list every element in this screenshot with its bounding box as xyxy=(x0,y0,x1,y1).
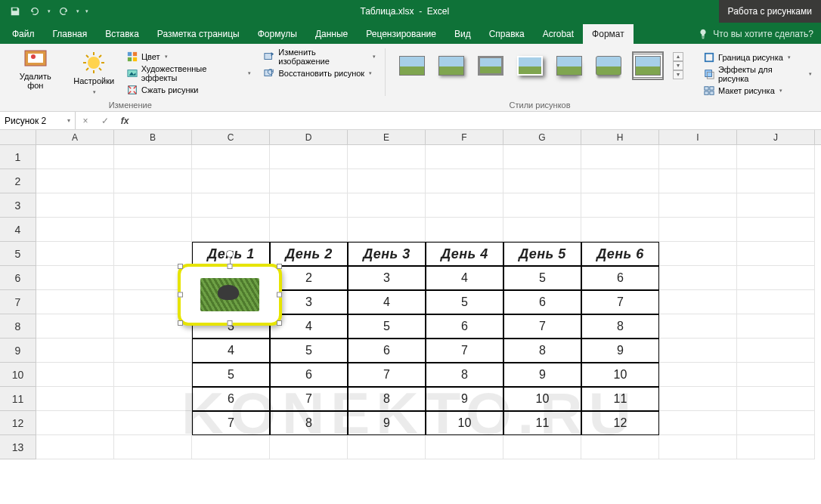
cell[interactable] xyxy=(426,435,503,459)
corrections-button[interactable]: Настройки▾ xyxy=(70,48,119,99)
cell[interactable]: 10 xyxy=(426,411,503,435)
resize-handle-se[interactable] xyxy=(277,320,282,326)
cell[interactable] xyxy=(659,314,737,339)
tab-acrobat[interactable]: Acrobat xyxy=(534,24,583,44)
remove-background-button[interactable]: Удалить фонx xyxy=(6,48,65,99)
row-header-12[interactable]: 12 xyxy=(0,411,36,435)
cell[interactable] xyxy=(114,363,192,387)
cell[interactable]: День 3 xyxy=(348,242,426,266)
cell[interactable] xyxy=(192,435,270,459)
row-header-3[interactable]: 3 xyxy=(0,193,36,218)
cell[interactable] xyxy=(659,435,737,459)
cell[interactable]: 6 xyxy=(192,387,270,411)
resize-handle-nw[interactable] xyxy=(178,264,183,269)
cell[interactable] xyxy=(36,266,114,290)
formula-input[interactable] xyxy=(135,112,821,129)
tab-data[interactable]: Данные xyxy=(306,24,357,44)
col-header-C[interactable]: C xyxy=(192,130,270,144)
cell[interactable]: 8 xyxy=(348,387,426,411)
cell[interactable] xyxy=(36,387,114,411)
cell[interactable] xyxy=(581,218,659,242)
worksheet[interactable]: ABCDEFGHIJ 12345678910111213 День 1День … xyxy=(0,130,821,504)
cell[interactable]: 7 xyxy=(426,339,503,363)
cancel-formula-button[interactable]: × xyxy=(76,116,95,126)
tab-file[interactable]: Файл xyxy=(3,24,44,44)
cell[interactable] xyxy=(659,169,737,193)
cell[interactable]: 9 xyxy=(348,411,426,435)
cell[interactable]: 7 xyxy=(581,290,659,314)
cell[interactable] xyxy=(581,169,659,193)
style-thumb-5[interactable] xyxy=(553,51,585,80)
col-header-B[interactable]: B xyxy=(114,130,192,144)
tab-formulas[interactable]: Формулы xyxy=(249,24,306,44)
row-header-8[interactable]: 8 xyxy=(0,314,36,339)
cell[interactable]: 9 xyxy=(503,363,581,387)
cell[interactable] xyxy=(114,218,192,242)
inserted-picture[interactable] xyxy=(178,264,282,326)
cell[interactable] xyxy=(659,387,737,411)
cell[interactable] xyxy=(36,339,114,363)
style-thumb-6[interactable] xyxy=(593,51,624,80)
picture-styles-gallery[interactable]: ▴ ▾ ▾ xyxy=(392,47,688,80)
cell[interactable]: 9 xyxy=(426,387,503,411)
cell[interactable] xyxy=(737,242,815,266)
cell[interactable]: 7 xyxy=(348,363,426,387)
cell[interactable] xyxy=(737,314,815,339)
cell[interactable] xyxy=(737,193,815,218)
gallery-up[interactable]: ▴ xyxy=(673,52,683,61)
cell[interactable] xyxy=(503,218,581,242)
cell[interactable] xyxy=(659,411,737,435)
picture-layout-button[interactable]: Макет рисунка▾ xyxy=(700,82,815,98)
resize-handle-s[interactable] xyxy=(228,320,233,326)
cell[interactable] xyxy=(737,290,815,314)
rotate-handle[interactable] xyxy=(226,250,234,258)
row-header-1[interactable]: 1 xyxy=(0,145,36,169)
cell[interactable] xyxy=(348,218,426,242)
reset-picture-button[interactable]: Восстановить рисунок▾ xyxy=(260,65,379,81)
cell[interactable]: 7 xyxy=(270,387,348,411)
cell[interactable] xyxy=(503,145,581,169)
style-thumb-4[interactable] xyxy=(514,51,546,80)
cell[interactable] xyxy=(270,435,348,459)
cell[interactable]: 5 xyxy=(503,266,581,290)
cell[interactable] xyxy=(581,435,659,459)
cell[interactable]: 5 xyxy=(426,290,503,314)
cell[interactable] xyxy=(192,145,270,169)
resize-handle-w[interactable] xyxy=(178,292,183,298)
cell[interactable]: 11 xyxy=(581,387,659,411)
cell[interactable]: 8 xyxy=(270,411,348,435)
style-thumb-3[interactable] xyxy=(475,51,507,80)
cell[interactable] xyxy=(36,435,114,459)
cell[interactable]: 5 xyxy=(192,363,270,387)
cell[interactable] xyxy=(659,290,737,314)
cell[interactable] xyxy=(348,193,426,218)
cell[interactable]: 4 xyxy=(348,290,426,314)
cell[interactable] xyxy=(192,193,270,218)
col-header-A[interactable]: A xyxy=(36,130,114,144)
cell[interactable] xyxy=(737,145,815,169)
cell[interactable] xyxy=(659,266,737,290)
row-header-7[interactable]: 7 xyxy=(0,290,36,314)
cell[interactable]: 10 xyxy=(581,363,659,387)
cell[interactable] xyxy=(36,290,114,314)
cell[interactable] xyxy=(348,169,426,193)
cell[interactable] xyxy=(737,218,815,242)
cell[interactable] xyxy=(114,145,192,169)
row-header-4[interactable]: 4 xyxy=(0,218,36,242)
cell[interactable] xyxy=(114,169,192,193)
confirm-formula-button[interactable]: ✓ xyxy=(95,116,115,126)
cell[interactable] xyxy=(114,193,192,218)
cell[interactable] xyxy=(426,193,503,218)
qat-customize[interactable]: ▾ xyxy=(83,3,91,20)
picture-border-button[interactable]: Граница рисунка▾ xyxy=(700,49,815,65)
cell[interactable] xyxy=(348,145,426,169)
redo-dropdown[interactable]: ▾ xyxy=(74,3,82,20)
col-header-I[interactable]: I xyxy=(659,130,737,144)
cell[interactable]: 5 xyxy=(348,314,426,339)
tab-view[interactable]: Вид xyxy=(445,24,480,44)
style-thumb-1[interactable] xyxy=(396,51,428,80)
tab-help[interactable]: Справка xyxy=(480,24,534,44)
name-box[interactable]: Рисунок 2▾ xyxy=(0,112,76,129)
compress-pictures-button[interactable]: Сжать рисунки xyxy=(123,82,255,97)
cell[interactable] xyxy=(659,363,737,387)
